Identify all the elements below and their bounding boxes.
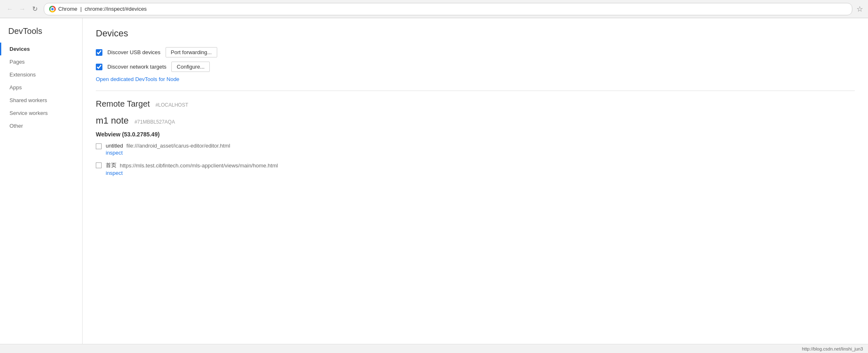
section-divider — [96, 91, 855, 91]
sidebar-item-label-service-workers: Service workers — [9, 110, 47, 116]
discover-network-checkbox[interactable] — [96, 64, 102, 70]
address-display: chrome://inspect/#devices — [85, 6, 147, 12]
target-item-2: 首页 https://mls.test.cibfintech.com/mls-a… — [96, 162, 855, 176]
sidebar-item-devices[interactable]: Devices — [0, 43, 82, 55]
sidebar: DevTools Devices Pages Extensions Apps S… — [0, 18, 83, 344]
main-content: Devices Discover USB devices Port forwar… — [83, 18, 868, 344]
sidebar-item-other[interactable]: Other — [0, 119, 82, 132]
browser-toolbar: ← → ↻ Chrome | chrome://inspect/#devices… — [0, 0, 868, 18]
discover-usb-label: Discover USB devices — [107, 49, 161, 55]
target-2-inspect-link[interactable]: inspect — [106, 170, 278, 176]
sidebar-item-apps[interactable]: Apps — [0, 81, 82, 94]
target-item-1: untitled file:///android_asset/icarus-ed… — [96, 143, 855, 156]
sidebar-item-label-shared-workers: Shared workers — [9, 97, 47, 103]
configure-button[interactable]: Configure... — [171, 62, 210, 72]
target-2-title-row: 首页 https://mls.test.cibfintech.com/mls-a… — [106, 162, 278, 169]
devtools-node-link[interactable]: Open dedicated DevTools for Node — [96, 76, 179, 82]
chrome-icon — [49, 6, 56, 12]
address-prefix: Chrome — [58, 6, 77, 12]
sidebar-item-label-apps: Apps — [9, 84, 22, 91]
sidebar-item-extensions[interactable]: Extensions — [0, 68, 82, 81]
back-button[interactable]: ← — [5, 4, 15, 14]
sidebar-item-label-other: Other — [9, 123, 23, 129]
webview-title: Webview (53.0.2785.49) — [96, 131, 855, 138]
target-1-page-title: untitled — [106, 143, 123, 149]
target-1-title-row: untitled file:///android_asset/icarus-ed… — [106, 143, 230, 149]
target-2-page-title: 首页 — [106, 162, 116, 169]
status-bar: http://blog.csdn.net/linshi_jun3 — [0, 344, 868, 353]
sidebar-title: DevTools — [0, 26, 82, 43]
option-row-network: Discover network targets Configure... — [96, 62, 855, 72]
sidebar-item-shared-workers[interactable]: Shared workers — [0, 94, 82, 107]
remote-target-subtitle: #LOCALHOST — [155, 102, 188, 108]
forward-button[interactable]: → — [17, 4, 27, 14]
target-1-checkbox[interactable] — [96, 143, 102, 149]
target-2-info: 首页 https://mls.test.cibfintech.com/mls-a… — [106, 162, 278, 176]
address-bar[interactable]: Chrome | chrome://inspect/#devices — [44, 3, 852, 15]
remote-target-label: Remote Target — [96, 99, 150, 108]
bookmark-button[interactable]: ☆ — [856, 5, 863, 14]
option-row-usb: Discover USB devices Port forwarding... — [96, 47, 855, 57]
device-id: #71MBBL527AQA — [135, 119, 175, 125]
device-name-label: m1 note — [96, 115, 129, 126]
address-text: Chrome | chrome://inspect/#devices — [58, 6, 147, 12]
sidebar-item-label-pages: Pages — [9, 59, 25, 65]
discover-usb-checkbox[interactable] — [96, 49, 102, 56]
options-section: Discover USB devices Port forwarding... … — [96, 47, 855, 82]
status-bar-text: http://blog.csdn.net/linshi_jun3 — [802, 346, 863, 351]
device-name: m1 note #71MBBL527AQA — [96, 115, 855, 126]
sidebar-item-service-workers[interactable]: Service workers — [0, 107, 82, 119]
app-body: DevTools Devices Pages Extensions Apps S… — [0, 18, 868, 344]
page-title: Devices — [96, 28, 855, 39]
reload-button[interactable]: ↻ — [30, 4, 40, 14]
target-2-checkbox[interactable] — [96, 162, 102, 168]
target-1-url: file:///android_asset/icarus-editor/edit… — [126, 143, 230, 149]
nav-buttons: ← → ↻ — [5, 4, 40, 14]
sidebar-item-pages[interactable]: Pages — [0, 55, 82, 68]
remote-target-title: Remote Target #LOCALHOST — [96, 99, 855, 109]
port-forwarding-button[interactable]: Port forwarding... — [166, 47, 217, 57]
sidebar-item-label-devices: Devices — [9, 46, 30, 52]
target-1-inspect-link[interactable]: inspect — [106, 150, 230, 156]
target-1-info: untitled file:///android_asset/icarus-ed… — [106, 143, 230, 156]
remote-target-section: Remote Target #LOCALHOST m1 note #71MBBL… — [96, 99, 855, 176]
target-2-url: https://mls.test.cibfintech.com/mls-appc… — [120, 162, 278, 169]
sidebar-item-label-extensions: Extensions — [9, 72, 36, 78]
discover-network-label: Discover network targets — [107, 64, 166, 70]
